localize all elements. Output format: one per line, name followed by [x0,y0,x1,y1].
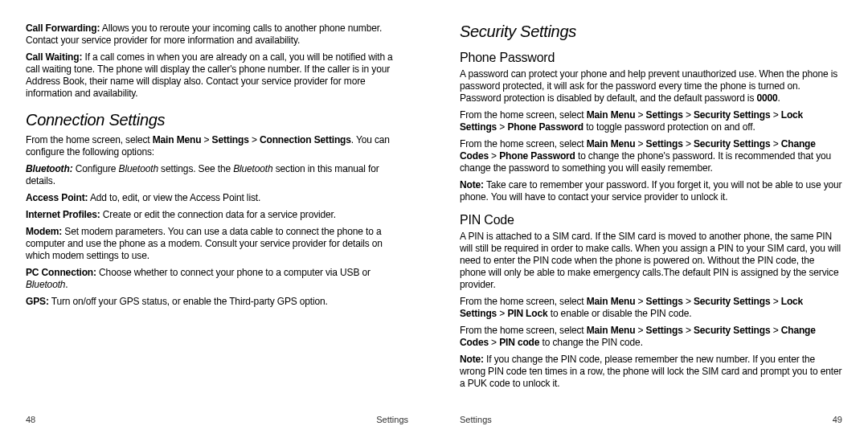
pp-nav1-para: From the home screen, select Main Menu >… [460,109,842,133]
left-content: Call Forwarding: Allows you to reroute y… [26,23,408,418]
page-spread: Call Forwarding: Allows you to reroute y… [0,0,868,434]
left-page: Call Forwarding: Allows you to reroute y… [0,0,434,434]
pin-note-para: Note: If you change the PIN code, please… [460,354,842,390]
pin-intro-para: A PIN is attached to a SIM card. If the … [460,231,842,291]
internet-profiles-para: Internet Profiles: Create or edit the co… [26,209,408,221]
footer-label: Settings [460,415,492,424]
footer-label: Settings [376,415,408,424]
call-waiting-para: Call Waiting: If a call comes in when yo… [26,51,408,100]
label: Call Waiting: [26,51,82,63]
pp-note-para: Note: Take care to remember your passwor… [460,179,842,203]
cs-nav-para: From the home screen, select Main Menu >… [26,134,408,158]
left-footer: 48 Settings [26,415,408,424]
pc-connection-para: PC Connection: Choose whether to connect… [26,267,408,291]
pin-nav2-para: From the home screen, select Main Menu >… [460,325,842,349]
pin-code-heading: PIN Code [460,213,842,227]
access-point-para: Access Point: Add to, edit, or view the … [26,192,408,204]
page-number: 48 [26,415,35,424]
connection-settings-heading: Connection Settings [26,111,408,129]
call-forwarding-para: Call Forwarding: Allows you to reroute y… [26,23,408,47]
page-number: 49 [833,415,842,424]
pp-nav2-para: From the home screen, select Main Menu >… [460,138,842,174]
bluetooth-para: Bluetooth: Configure Bluetooth settings.… [26,163,408,187]
modem-para: Modem: Set modem parameters. You can use… [26,226,408,262]
security-settings-heading: Security Settings [460,23,842,41]
right-footer: Settings 49 [460,415,842,424]
pp-intro-para: A password can protect your phone and he… [460,68,842,104]
pin-nav1-para: From the home screen, select Main Menu >… [460,296,842,320]
right-page: Security Settings Phone Password A passw… [434,0,868,434]
gps-para: GPS: Turn on/off your GPS status, or ena… [26,296,408,308]
label: Call Forwarding: [26,23,100,34]
right-content: Security Settings Phone Password A passw… [460,23,842,418]
phone-password-heading: Phone Password [460,51,842,65]
